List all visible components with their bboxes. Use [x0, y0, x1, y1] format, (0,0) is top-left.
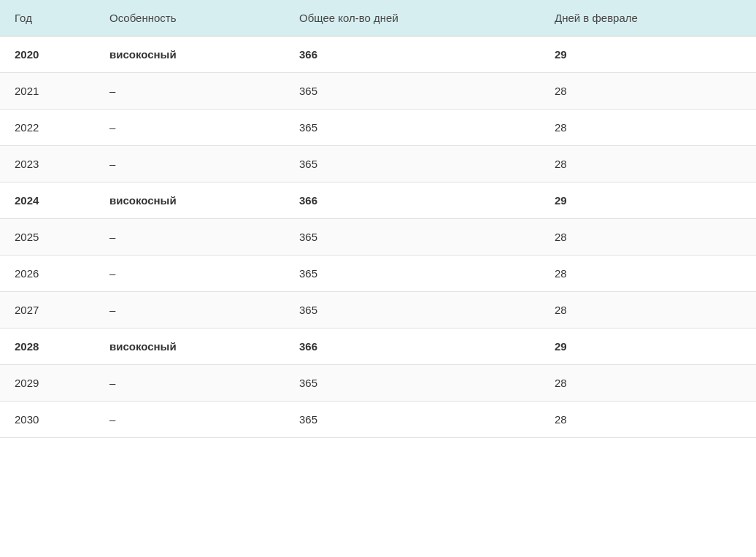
cell-feb-days: 28: [540, 146, 756, 183]
cell-year: 2026: [0, 256, 95, 292]
cell-year: 2022: [0, 110, 95, 146]
cell-year: 2030: [0, 402, 95, 438]
cell-feature: –: [95, 292, 285, 329]
header-feb-days: Дней в феврале: [540, 0, 756, 37]
table-row: 2021–36528: [0, 73, 756, 110]
cell-feb-days: 28: [540, 110, 756, 146]
cell-feature: –: [95, 110, 285, 146]
cell-feb-days: 28: [540, 402, 756, 438]
cell-feb-days: 29: [540, 37, 756, 73]
cell-feb-days: 28: [540, 256, 756, 292]
cell-total-days: 365: [285, 402, 540, 438]
cell-total-days: 365: [285, 292, 540, 329]
cell-feature: високосный: [95, 183, 285, 219]
cell-year: 2021: [0, 73, 95, 110]
cell-feature: –: [95, 365, 285, 402]
cell-total-days: 365: [285, 110, 540, 146]
cell-total-days: 365: [285, 219, 540, 256]
cell-feb-days: 28: [540, 73, 756, 110]
cell-feature: –: [95, 256, 285, 292]
cell-feature: –: [95, 146, 285, 183]
table-row: 2028високосный36629: [0, 329, 756, 365]
table-row: 2025–36528: [0, 219, 756, 256]
table-row: 2026–36528: [0, 256, 756, 292]
cell-year: 2027: [0, 292, 95, 329]
cell-total-days: 365: [285, 365, 540, 402]
cell-year: 2029: [0, 365, 95, 402]
cell-year: 2020: [0, 37, 95, 73]
cell-total-days: 366: [285, 37, 540, 73]
cell-feature: високосный: [95, 329, 285, 365]
cell-year: 2025: [0, 219, 95, 256]
table-row: 2023–36528: [0, 146, 756, 183]
cell-year: 2028: [0, 329, 95, 365]
table-row: 2030–36528: [0, 402, 756, 438]
cell-total-days: 365: [285, 256, 540, 292]
cell-feb-days: 28: [540, 365, 756, 402]
cell-feature: –: [95, 219, 285, 256]
header-feature: Особенность: [95, 0, 285, 37]
cell-feb-days: 28: [540, 219, 756, 256]
table-row: 2020високосный36629: [0, 37, 756, 73]
leap-year-table: Год Особенность Общее кол-во дней Дней в…: [0, 0, 756, 438]
header-year: Год: [0, 0, 95, 37]
cell-total-days: 365: [285, 146, 540, 183]
table-container: Год Особенность Общее кол-во дней Дней в…: [0, 0, 756, 438]
table-row: 2022–36528: [0, 110, 756, 146]
cell-total-days: 366: [285, 183, 540, 219]
table-row: 2029–36528: [0, 365, 756, 402]
cell-feature: –: [95, 73, 285, 110]
cell-total-days: 365: [285, 73, 540, 110]
table-row: 2024високосный36629: [0, 183, 756, 219]
cell-feb-days: 28: [540, 292, 756, 329]
cell-feb-days: 29: [540, 329, 756, 365]
cell-feb-days: 29: [540, 183, 756, 219]
cell-year: 2024: [0, 183, 95, 219]
table-row: 2027–36528: [0, 292, 756, 329]
header-total-days: Общее кол-во дней: [285, 0, 540, 37]
cell-feature: високосный: [95, 37, 285, 73]
table-header-row: Год Особенность Общее кол-во дней Дней в…: [0, 0, 756, 37]
cell-total-days: 366: [285, 329, 540, 365]
cell-year: 2023: [0, 146, 95, 183]
cell-feature: –: [95, 402, 285, 438]
